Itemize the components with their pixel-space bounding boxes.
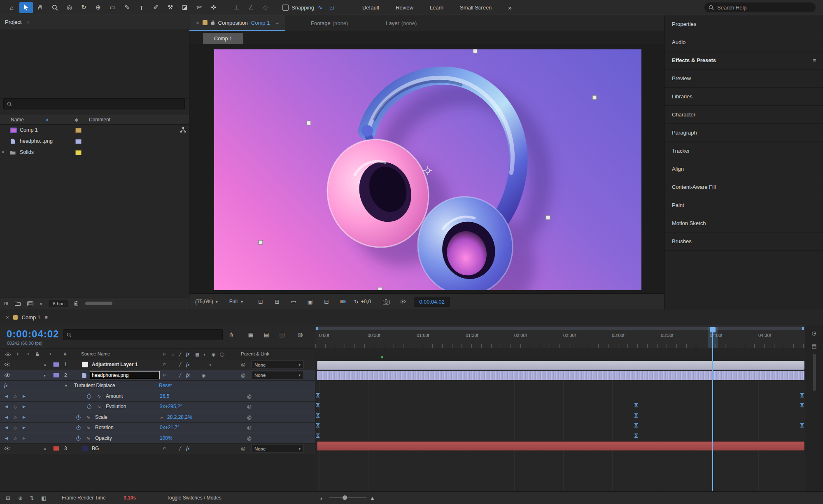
work-area-end-handle[interactable] (802, 327, 804, 330)
clone-stamp-tool-icon[interactable]: ⚒ (163, 2, 177, 13)
expand-icon[interactable]: ▸ (2, 149, 5, 154)
panel-tab-libraries[interactable]: Libraries (664, 88, 823, 106)
timeline-zoom-thumb[interactable] (343, 495, 347, 500)
panel-tab-motion-sketch[interactable]: Motion Sketch (664, 214, 823, 232)
new-folder-icon[interactable] (15, 301, 21, 306)
close-icon[interactable]: × (6, 314, 9, 321)
expand-switches-icon[interactable]: ⊞ (6, 495, 10, 501)
type-tool-icon[interactable]: T (135, 2, 148, 13)
close-icon[interactable]: × (196, 20, 199, 26)
next-keyframe-icon[interactable]: ▶ (23, 394, 26, 398)
panel-tab-align[interactable]: Align (664, 160, 823, 178)
fx-toggle-icon[interactable]: fx (186, 446, 190, 452)
snapping-checkbox[interactable] (282, 5, 289, 11)
exposure-adjust-icon[interactable]: ⊟ (321, 297, 332, 306)
selection-handle[interactable] (546, 216, 550, 220)
tab-composition[interactable]: × Composition Comp 1 ≡ (189, 15, 285, 31)
quality-toggle-icon[interactable]: ╱ (179, 446, 182, 451)
keyframe-icon[interactable]: ⋈ (634, 413, 639, 418)
search-help-box[interactable]: Search Help (704, 2, 816, 12)
selection-handle[interactable] (592, 95, 597, 100)
eye-icon[interactable] (4, 362, 11, 367)
label-color-chip[interactable] (75, 150, 82, 155)
parent-dropdown[interactable]: None ▾ (251, 444, 304, 453)
collapse-icon[interactable]: ▾ (44, 373, 46, 377)
keyframe-icon[interactable]: ⋈ (315, 423, 321, 428)
draft-3d-icon[interactable]: ▦ (245, 330, 256, 339)
composition-canvas[interactable] (189, 44, 664, 294)
clock-icon[interactable]: ◷ (812, 330, 816, 336)
keyframe-icon[interactable]: ⋈ (315, 413, 321, 418)
current-timecode[interactable]: 0:00:04:02 (7, 328, 59, 340)
reset-exposure-control[interactable]: ↻ +0,0 (354, 299, 371, 305)
quality-toggle-icon[interactable]: ╱ (179, 362, 182, 367)
lock-icon[interactable] (211, 20, 215, 25)
zoom-tool-icon[interactable] (48, 2, 62, 13)
parent-pick-whip-icon[interactable]: @ (241, 373, 245, 378)
layer-bar-bg[interactable] (317, 441, 804, 451)
layer-row-headphones[interactable]: ▾ 2 headphones.png ⚐ ╱ fx ◉ @ None ▾ (0, 370, 315, 381)
expand-icon[interactable]: ▸ (44, 446, 47, 451)
property-name[interactable]: Scale (95, 414, 107, 420)
project-bit-depth[interactable]: 8 bpc (49, 300, 68, 307)
property-pick-whip-icon[interactable]: @ (247, 394, 252, 399)
current-time-indicator-handle[interactable] (710, 327, 716, 332)
next-keyframe-icon[interactable]: ▶ (23, 415, 26, 419)
keyframe-icon[interactable]: ⋈ (634, 433, 639, 439)
mask-visibility-icon[interactable]: ▭ (288, 297, 299, 306)
add-keyframe-icon[interactable]: ◇ (14, 415, 17, 419)
workspace-tab-default[interactable]: Default (362, 5, 379, 11)
layer-bar-adjustment[interactable] (317, 361, 804, 370)
keyframe-icon[interactable]: ⋈ (634, 403, 639, 408)
snapshot-camera-icon[interactable] (381, 297, 392, 306)
axis-mode-local-icon[interactable]: ⊥ (230, 2, 243, 13)
previous-keyframe-icon[interactable]: ◀ (5, 425, 8, 430)
panel-tab-effects-presets[interactable]: Effects & Presets ≡ (664, 51, 823, 70)
channels-icon[interactable] (338, 297, 348, 306)
property-value[interactable]: 3x+295,2° (160, 404, 182, 409)
property-value[interactable]: 0x+21,7° (160, 425, 180, 430)
property-pick-whip-icon[interactable]: @ (247, 425, 252, 430)
workspace-tab-learn[interactable]: Learn (430, 5, 443, 11)
property-name[interactable]: Evolution (106, 404, 126, 409)
comp-chip-tab[interactable]: Comp 1 (203, 33, 243, 44)
stopwatch-icon[interactable] (76, 425, 81, 430)
keyframe-icon[interactable]: ⋈ (800, 403, 805, 408)
timeline-track-area[interactable]: 0:00f 00:30f 01:00f 01:30f 02:00f 02:30f… (315, 325, 805, 492)
property-value[interactable]: 28,2,28,2% (167, 414, 192, 420)
eye-icon[interactable] (4, 373, 11, 377)
keyframe-icon[interactable]: ⋈ (315, 393, 321, 398)
stopwatch-icon[interactable] (76, 414, 81, 420)
brush-tool-icon[interactable]: ✐ (149, 2, 163, 13)
roto-brush-tool-icon[interactable]: ✄ (192, 2, 206, 13)
panel-tab-paragraph[interactable]: Paragraph (664, 124, 823, 142)
effect-row-turbulent-displace[interactable]: fx ▾ Turbulent Displace Reset (0, 381, 315, 391)
zoom-in-mountain-icon[interactable]: ▲ (370, 495, 375, 501)
panel-menu-icon[interactable]: ≡ (44, 314, 48, 321)
keyframe-icon[interactable]: ⋈ (315, 433, 321, 439)
property-name[interactable]: Opacity (95, 435, 112, 441)
graph-editor-icon[interactable]: ∿ (86, 425, 90, 430)
show-snapshot-icon[interactable] (397, 297, 408, 306)
color-depth-toggle-icon[interactable]: ◐ (40, 301, 43, 307)
previous-keyframe-icon[interactable]: ◀ (5, 394, 8, 398)
graph-editor-icon[interactable]: ∿ (86, 435, 90, 441)
horizontal-scrollbar-thumb[interactable] (85, 302, 112, 305)
rotation-tool-icon[interactable]: ↻ (77, 2, 91, 13)
add-remove-icon[interactable]: ⊕ (18, 495, 23, 501)
add-keyframe-icon[interactable]: ◇ (14, 436, 17, 440)
magnification-dropdown[interactable]: (75,6%) ▾ (195, 299, 218, 304)
pan-behind-tool-icon[interactable]: ⊕ (91, 2, 105, 13)
project-item-comp[interactable]: Comp 1 (0, 125, 189, 136)
property-row-scale[interactable]: ◀ ◇ ▶ ∿ Scale ∞ 28,2,28,2% @ (0, 412, 315, 423)
layer-row-bg[interactable]: ▸ 3 BG ⚐ ╱ fx @ None ▾ (0, 444, 315, 454)
property-row-amount[interactable]: ◀ ◇ ▶ ∿ Amount 26,5 @ (0, 391, 315, 402)
parent-dropdown[interactable]: None ▾ (251, 371, 304, 379)
project-item-name[interactable]: headpho...png (20, 138, 53, 144)
previous-keyframe-icon[interactable]: ◀ (5, 404, 8, 409)
frame-blend-toggle-icon[interactable]: ◉ (202, 372, 206, 378)
stopwatch-icon[interactable] (87, 393, 91, 399)
composition-image[interactable] (214, 49, 641, 290)
frame-blending-icon[interactable]: ◫ (277, 330, 287, 339)
graph-editor-icon[interactable]: ∿ (86, 414, 90, 420)
